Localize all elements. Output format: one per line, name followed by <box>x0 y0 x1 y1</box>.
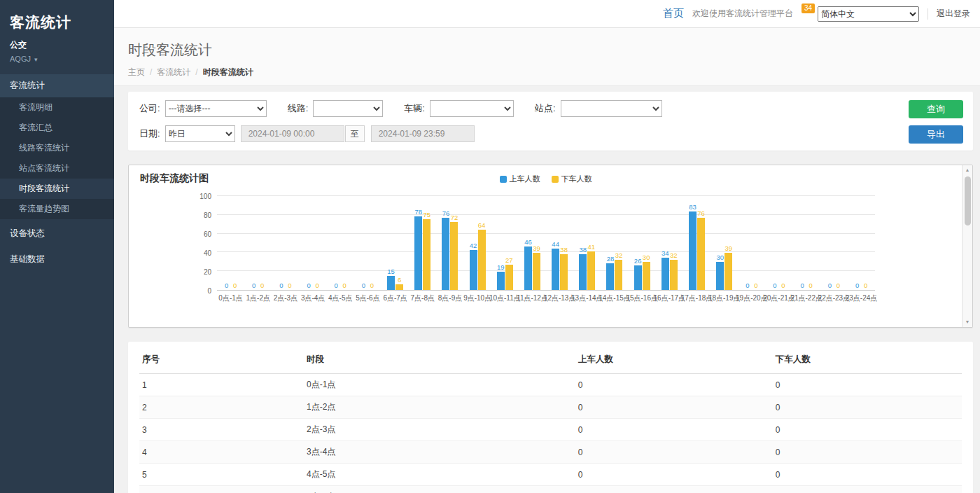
scrollbar-thumb[interactable] <box>965 176 971 225</box>
bar-wrap: 0 <box>743 282 751 290</box>
sidebar-item[interactable]: 客流量趋势图 <box>0 199 114 219</box>
x-axis-label: 4点-5点 <box>327 293 354 303</box>
page-header: 时段客流统计 主页/客流统计/时段客流统计 <box>114 28 980 86</box>
table-row: 32点-3点00 <box>139 419 962 441</box>
sidebar-item[interactable]: 线路客流统计 <box>0 138 114 158</box>
line-label: 线路: <box>288 102 309 115</box>
query-button[interactable]: 查询 <box>909 100 963 118</box>
breadcrumb-item[interactable]: 主页 <box>128 67 145 77</box>
vehicle-select[interactable] <box>430 100 514 117</box>
legend-item[interactable]: 上车人数 <box>500 174 540 184</box>
bar-wrap: 0 <box>771 282 779 290</box>
table-cell: 0 <box>575 419 773 441</box>
bar-value-label: 46 <box>524 238 532 246</box>
sidebar-item[interactable]: 客流汇总 <box>0 118 114 138</box>
sidebar-section[interactable]: 设备状态 <box>0 222 114 245</box>
bar <box>497 272 505 290</box>
bar-value-label: 0 <box>370 282 374 289</box>
chart-header: 时段车流统计图 上车人数下车人数 <box>140 172 951 186</box>
bar-wrap: 0 <box>807 282 815 290</box>
bar-wrap: 26 <box>634 257 642 290</box>
bar-value-label: 0 <box>225 282 228 289</box>
table-header-row: 序号时段上车人数下车人数 <box>139 346 962 374</box>
notification-badge[interactable]: 34 <box>802 4 815 13</box>
legend-swatch <box>552 176 559 183</box>
bar-value-label: 76 <box>442 209 450 217</box>
y-axis-tick: 0 <box>207 287 211 295</box>
filter-row-selects: 公司: ---请选择--- 线路: 车辆: 站点: <box>139 100 962 117</box>
bar-value-label: 0 <box>315 282 318 289</box>
bar-wrap: 0 <box>360 282 368 290</box>
table-cell: 2点-3点 <box>304 419 575 441</box>
table-row: 43点-4点00 <box>139 441 962 464</box>
org-selector[interactable]: AQGJ ▾ <box>10 55 104 63</box>
bar-group: 00 <box>327 196 354 290</box>
start-date-input[interactable] <box>241 125 344 142</box>
breadcrumb-item[interactable]: 客流统计 <box>157 67 190 77</box>
bar-value-label: 30 <box>643 254 650 261</box>
bar <box>716 262 724 291</box>
sidebar-item[interactable]: 站点客流统计 <box>0 158 114 179</box>
legend-item[interactable]: 下车人数 <box>552 174 592 184</box>
bar-group: 00 <box>765 196 792 290</box>
home-link[interactable]: 首页 <box>663 7 684 20</box>
bar <box>689 211 696 290</box>
date-label: 日期: <box>139 127 160 140</box>
bar <box>587 251 595 290</box>
bar-group: 4264 <box>464 196 491 290</box>
breadcrumb: 主页/客流统计/时段客流统计 <box>128 67 966 78</box>
x-axis-label: 21点-22点 <box>793 293 820 303</box>
app-root: 客流统计 公交 AQGJ ▾ 客流统计客流明细客流汇总线路客流统计站点客流统计时… <box>0 0 980 493</box>
sidebar-section[interactable]: 客流统计 <box>0 74 114 97</box>
sidebar-section[interactable]: 基础数据 <box>0 248 114 271</box>
table-cell: 1点-2点 <box>304 396 575 419</box>
bar <box>634 265 642 290</box>
language-select[interactable]: 简体中文 <box>818 6 919 22</box>
bar-value-label: 26 <box>634 257 642 265</box>
x-axis-label: 23点-24点 <box>848 293 875 303</box>
y-axis: 020406080100 <box>189 196 217 291</box>
bar-value-label: 76 <box>697 209 705 217</box>
vehicle-label: 车辆: <box>404 102 425 115</box>
bar-wrap: 46 <box>524 238 532 290</box>
x-axis-label: 18点-19点 <box>710 293 738 303</box>
x-axis-label: 9点-10点 <box>464 293 491 303</box>
sidebar-item[interactable]: 客流明细 <box>0 97 114 118</box>
legend-label: 下车人数 <box>561 174 592 184</box>
bar-value-label: 0 <box>754 282 757 289</box>
bar-wrap: 42 <box>470 242 477 290</box>
bar-wrap: 44 <box>552 240 559 290</box>
y-axis-tick: 20 <box>204 268 211 276</box>
scroll-up-icon[interactable]: ▲ <box>962 165 972 175</box>
line-select[interactable] <box>313 100 383 117</box>
app-title: 客流统计 <box>0 0 114 38</box>
end-date-input[interactable] <box>371 125 475 142</box>
bar-wrap: 0 <box>314 282 321 290</box>
bar-value-label: 41 <box>588 243 596 251</box>
bar-value-label: 0 <box>362 282 365 289</box>
x-axis-label: 1点-2点 <box>244 293 272 303</box>
bar <box>724 253 732 290</box>
bar <box>423 219 430 290</box>
table-cell: 0 <box>575 486 773 493</box>
bar-value-label: 0 <box>343 282 346 289</box>
chart-scrollbar[interactable]: ▲ ▼ <box>962 165 972 327</box>
station-select[interactable] <box>561 100 662 117</box>
date-preset-select[interactable]: 昨日 <box>165 125 235 142</box>
filter-row-dates: 日期: 昨日 至 <box>139 125 962 142</box>
bar <box>478 230 486 290</box>
bar-value-label: 15 <box>387 268 395 275</box>
export-button[interactable]: 导出 <box>909 125 963 144</box>
x-axis-label: 2点-3点 <box>272 293 299 303</box>
bar-group: 00 <box>217 196 244 290</box>
main-area: 首页 欢迎使用客流统计管理平台 34 简体中文 退出登录 时段客流统计 主页/客… <box>114 0 980 493</box>
table-cell: 0 <box>773 396 962 419</box>
logout-link[interactable]: 退出登录 <box>937 8 970 20</box>
sidebar-item[interactable]: 时段客流统计 <box>0 179 114 199</box>
table-cell: 6 <box>139 486 304 493</box>
company-select[interactable]: ---请选择--- <box>165 100 267 117</box>
table-cell: 0 <box>773 441 962 464</box>
bar-wrap: 0 <box>223 282 230 290</box>
scroll-down-icon[interactable]: ▼ <box>962 317 972 327</box>
bar-value-label: 0 <box>781 282 785 289</box>
